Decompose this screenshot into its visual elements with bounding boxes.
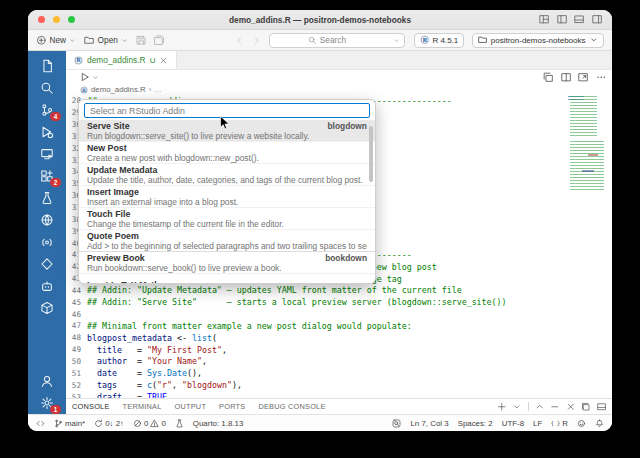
save-button[interactable] (136, 35, 147, 46)
code-text: ## Addin: "Serve Site" — starts a local … (87, 297, 507, 307)
problems-status[interactable]: 00 (133, 419, 166, 428)
source-control-icon[interactable]: 4 (35, 99, 59, 120)
panel-tab-ports[interactable]: PORTS (219, 399, 245, 415)
close-panel-icon[interactable] (566, 402, 576, 412)
quickpick-input[interactable] (90, 106, 364, 116)
language-mode[interactable]: { }R (551, 419, 568, 428)
code-line[interactable]: 51 date = Sys.Date(), (66, 367, 612, 379)
open-button[interactable]: Open (84, 35, 128, 46)
code-line[interactable]: 47## Minimal front matter example a new … (66, 320, 612, 332)
addin-title: Touch File (87, 209, 130, 219)
quickpick-item[interactable]: Update MetadataUpdate the title, author,… (79, 163, 375, 185)
command-center-search[interactable] (269, 33, 405, 48)
new-console-icon[interactable] (497, 402, 507, 412)
addin-title: Serve Site (87, 121, 130, 131)
code-line[interactable]: 45## Addin: "Serve Site" — starts a loca… (66, 296, 612, 308)
open-in-new-window-icon[interactable] (578, 72, 589, 83)
eol[interactable]: LF (533, 419, 542, 428)
maximize-panel-icon[interactable] (535, 402, 545, 412)
explorer-icon[interactable] (35, 55, 59, 76)
sync-status[interactable]: 0↓ 2↑ (94, 419, 124, 428)
notifications[interactable] (595, 419, 604, 428)
code-line[interactable]: 53 draft = TRUE (66, 391, 612, 398)
customize-layout-icon[interactable] (539, 14, 550, 25)
sync-icon (94, 419, 103, 428)
extensions-icon[interactable]: 2 (35, 165, 59, 186)
account-icon[interactable] (35, 370, 59, 391)
toggle-sidebar-icon[interactable] (557, 14, 568, 25)
quickpick-item[interactable]: Quote PoemAdd > to the beginning of sele… (79, 229, 375, 251)
panel-tab-terminal[interactable]: TERMINAL (123, 399, 162, 415)
panel-layout-icon[interactable] (597, 402, 607, 412)
diamond-icon[interactable] (35, 253, 59, 274)
quickpick-scrollbar[interactable] (369, 126, 373, 182)
quickpick-item[interactable]: Input LaTeX Math (79, 273, 375, 284)
encoding[interactable]: UTF-8 (502, 419, 524, 428)
panel-tab-output[interactable]: OUTPUT (175, 399, 207, 415)
broadcast-icon[interactable] (35, 231, 59, 252)
navigate-back-icon[interactable] (235, 36, 244, 45)
more-actions-icon[interactable] (596, 72, 607, 83)
save-all-button[interactable] (154, 35, 165, 46)
code-line[interactable]: 49 title = "My First Post", (66, 344, 612, 356)
panel-tab-debug-console[interactable]: DEBUG CONSOLE (258, 399, 325, 415)
assistant-icon[interactable] (35, 275, 59, 296)
code-line[interactable]: 52 tags = c("r", "blogdown"), (66, 379, 612, 391)
search-icon[interactable] (35, 77, 59, 98)
workspace-button[interactable]: positron-demos-notebooks (472, 33, 604, 48)
code-line[interactable]: 44## Addin: "Update Metadata" — updates … (66, 285, 612, 297)
run-debug-icon[interactable] (35, 121, 59, 142)
zoom-button[interactable] (68, 16, 75, 23)
quarto-status[interactable]: Quarto: 1.8.13 (193, 419, 243, 428)
open-in-new-window-icon[interactable] (581, 402, 591, 412)
cursor-position[interactable]: Ln 7, Col 3 (410, 419, 448, 428)
code-text: ## Minimal front matter example a new po… (87, 321, 412, 331)
toggle-secondary-sidebar-icon[interactable] (592, 14, 603, 25)
zoom-control[interactable] (392, 419, 401, 428)
title-bar: demo_addins.R — positron-demos-notebooks (28, 10, 612, 30)
close-button[interactable] (38, 16, 45, 23)
code-line[interactable]: 46 (66, 308, 612, 320)
split-editor-icon[interactable] (561, 72, 572, 83)
code-text: tags = c("r", "blogdown"), (87, 380, 242, 390)
settings-gear-icon[interactable]: 1 (35, 392, 59, 413)
session-status[interactable] (175, 419, 184, 428)
console-icon[interactable] (35, 143, 59, 164)
status-bar: main*0↓ 2↑00Quarto: 1.8.13 Ln 7, Col 3Sp… (28, 414, 612, 431)
interpreter-button[interactable]: R R 4.5.1 (414, 33, 464, 48)
branch-status[interactable]: main* (54, 419, 85, 428)
minimize-button[interactable] (53, 16, 60, 23)
panel-tab-console[interactable]: CONSOLE (72, 399, 110, 415)
package-icon[interactable] (35, 297, 59, 318)
globe-icon[interactable] (35, 209, 59, 230)
tab-demo-addins[interactable]: R demo_addins.R U (66, 51, 177, 69)
testing-icon[interactable] (35, 187, 59, 208)
open-changes-icon[interactable] (543, 72, 554, 83)
quickpick-item[interactable]: New PostCreate a new post with blogdown:… (79, 141, 375, 163)
indentation[interactable]: Spaces: 2 (458, 419, 493, 428)
new-button[interactable]: New (36, 35, 76, 46)
run-file-icon[interactable] (80, 72, 90, 82)
breadcrumb-file[interactable]: demo_addins.R (91, 85, 146, 94)
toggle-panel-icon[interactable] (574, 14, 585, 25)
breadcrumb[interactable]: R demo_addins.R › … (66, 84, 612, 95)
remote-indicator[interactable] (36, 419, 45, 428)
breadcrumb-ellipsis[interactable]: … (154, 85, 162, 94)
code-line[interactable]: 48blogpost_metadata <- list( (66, 332, 612, 344)
feedback[interactable] (577, 419, 586, 428)
account-icon (40, 374, 54, 388)
code-line[interactable]: 50 author = "Your Name", (66, 356, 612, 368)
run-options-chevron-icon[interactable] (92, 74, 99, 81)
quickpick-item[interactable]: Touch FileChange the timestamp of the cu… (79, 207, 375, 229)
navigate-forward-icon[interactable] (252, 36, 261, 45)
quickpick-item[interactable]: Insert ImageInsert an external image int… (79, 185, 375, 207)
minimap[interactable] (568, 96, 608, 296)
close-tab-icon[interactable] (159, 56, 168, 65)
quickpick-item[interactable]: Preview BookbookdownRun bookdown::serve_… (79, 251, 375, 273)
status-text: Spaces: 2 (458, 419, 493, 428)
minimize-panel-icon[interactable] (550, 402, 560, 412)
svg-text:R: R (422, 37, 427, 43)
console-options-chevron-icon[interactable] (512, 402, 522, 412)
badge: 2 (50, 178, 61, 187)
search-input[interactable] (320, 35, 366, 45)
